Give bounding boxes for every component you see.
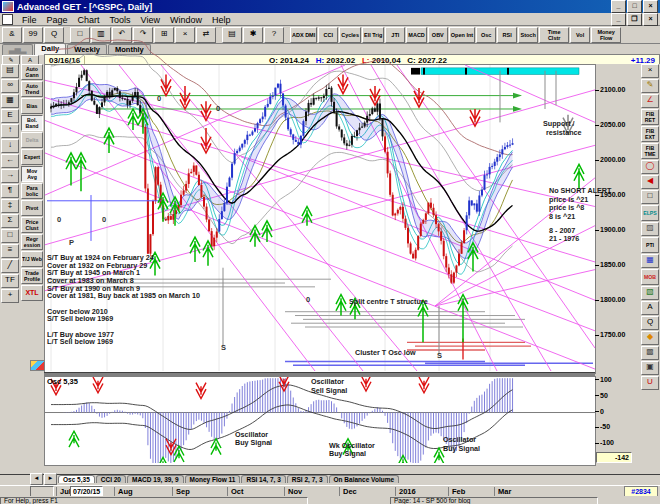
trendline-icon[interactable]: ╱ bbox=[1, 259, 19, 273]
study-tab-macd-19-39-9[interactable]: MACD 19, 39, 9 bbox=[127, 475, 184, 483]
fib-lines-icon[interactable]: ∠ bbox=[641, 94, 659, 108]
arrow-up-icon[interactable]: ↑ bbox=[1, 124, 19, 138]
paint-icon[interactable]: ◆ bbox=[641, 331, 659, 345]
study-tab-osc-5-35[interactable]: Osc 5,35 bbox=[58, 475, 95, 483]
open-chart-icon[interactable]: ▥ bbox=[91, 27, 111, 43]
study-tool-para-bolic[interactable]: Para bolic bbox=[21, 183, 43, 199]
study-tool-xtl[interactable]: XTL bbox=[21, 285, 43, 301]
study-tab-on-balance-volume[interactable]: On Balance Volume bbox=[329, 475, 400, 483]
cross-icon[interactable]: + bbox=[1, 289, 19, 303]
mob-button[interactable]: MOB bbox=[641, 269, 659, 285]
study-tool-mov-avg[interactable]: Mov Avg bbox=[21, 166, 43, 182]
quotes-icon[interactable]: 99 bbox=[23, 27, 43, 43]
study-button-rsi[interactable]: RSI bbox=[497, 27, 517, 43]
arrow-down-icon[interactable]: ↓ bbox=[1, 139, 19, 153]
zoom-chart-icon[interactable]: ▧ bbox=[641, 286, 659, 300]
sigma-icon[interactable]: Σ bbox=[1, 214, 19, 228]
rectangle-icon[interactable]: □ bbox=[641, 190, 659, 204]
pilcrow-icon[interactable]: ¶ bbox=[1, 184, 19, 198]
study-button-adx-dmi[interactable]: ADX DMI bbox=[290, 27, 317, 43]
chart-page-icon[interactable]: ▤ bbox=[1, 64, 19, 78]
close-button[interactable]: × bbox=[643, 0, 658, 13]
zoom-icon[interactable]: Q bbox=[44, 27, 64, 43]
fib-ext-button[interactable]: FIB EXT bbox=[641, 126, 659, 142]
study-tool-regr-ession[interactable]: Regr ession bbox=[21, 234, 43, 250]
tips-icon[interactable]: ✱ bbox=[243, 27, 263, 43]
new-chart-icon[interactable]: □ bbox=[70, 27, 90, 43]
study-button-stoch[interactable]: Stoch bbox=[518, 27, 538, 43]
splitter-icon[interactable] bbox=[30, 360, 45, 371]
oscillator-canvas[interactable]: OscillatorSell SignalOscillatorBuy Signa… bbox=[45, 377, 595, 463]
price-chart-panel[interactable]: S/T Buy at 1924 on February 24Cover at 1… bbox=[44, 64, 596, 374]
study-tool-bol-band[interactable]: Bol. Band bbox=[21, 115, 43, 131]
print-icon[interactable]: ▤ bbox=[222, 27, 242, 43]
study-button-cycles[interactable]: Cycles bbox=[339, 27, 361, 43]
study-tool-auto-trend[interactable]: Auto Trend bbox=[21, 81, 43, 97]
undo-button[interactable]: U bbox=[641, 376, 659, 390]
study-tool-expert[interactable]: Expert bbox=[21, 149, 43, 165]
tick-marks-icon[interactable]: ‡ bbox=[1, 199, 19, 213]
menu-window[interactable]: Window bbox=[165, 15, 207, 25]
study-button-open-int[interactable]: Open Int bbox=[449, 27, 475, 43]
arrow-right-icon[interactable]: → bbox=[1, 169, 19, 183]
maximize-button[interactable]: □ bbox=[627, 0, 642, 13]
minimize-button[interactable]: _ bbox=[611, 0, 626, 13]
copy-chart-icon[interactable]: ⊞ bbox=[154, 27, 174, 43]
study-tool-bias[interactable]: Bias bbox=[21, 98, 43, 114]
close-tool-icon[interactable]: × bbox=[641, 64, 659, 78]
study-button-money-flow[interactable]: Money Flow bbox=[591, 27, 621, 43]
menu-view[interactable]: View bbox=[136, 15, 165, 25]
mdi-restore-button[interactable]: ❐ bbox=[627, 13, 642, 26]
menu-help[interactable]: Help bbox=[207, 15, 236, 25]
pattern-icon[interactable]: ▩ bbox=[641, 346, 659, 360]
study-button-jti[interactable]: JTI bbox=[385, 27, 405, 43]
next-chart-icon[interactable]: ↷ bbox=[133, 27, 153, 43]
swap-chart-icon[interactable]: ⇄ bbox=[196, 27, 216, 43]
study-tab-money-flow-11[interactable]: Money Flow 11 bbox=[185, 475, 241, 483]
study-tool-trade-profile[interactable]: Trade Profile bbox=[21, 268, 43, 284]
study-tab-rsi-2-7-3[interactable]: RSI 2, 7, 3 bbox=[287, 475, 328, 483]
mdi-close-button[interactable]: × bbox=[643, 13, 658, 26]
study-tool-delta[interactable]: Delta bbox=[21, 132, 43, 148]
mdi-document-icon[interactable] bbox=[2, 14, 13, 25]
eraser-icon[interactable]: ▨ bbox=[641, 222, 659, 236]
mdi-minimize-button[interactable]: _ bbox=[611, 13, 626, 26]
expansion-icon[interactable]: ◀ bbox=[641, 175, 659, 189]
tab-scroll-right-icon[interactable]: ► bbox=[44, 473, 57, 485]
arrow-left-icon[interactable]: ← bbox=[1, 154, 19, 168]
pages-icon[interactable]: ▣ bbox=[641, 361, 659, 375]
delete-chart-icon[interactable]: × bbox=[175, 27, 195, 43]
price-chart-canvas[interactable]: S/T Buy at 1924 on February 24Cover at 1… bbox=[45, 65, 595, 371]
box-icon[interactable]: □ bbox=[1, 229, 19, 243]
study-button-obv[interactable]: OBV bbox=[428, 27, 448, 43]
study-tool-t-j-web[interactable]: T/J Web bbox=[21, 251, 43, 267]
study-button-macd[interactable]: MACD bbox=[406, 27, 427, 43]
study-button-cci[interactable]: CCI bbox=[318, 27, 338, 43]
pti-button[interactable]: PTI bbox=[641, 237, 659, 253]
auto-study-icon[interactable]: ▦ bbox=[1, 94, 19, 108]
menu-file[interactable]: File bbox=[17, 15, 42, 25]
study-button-vol[interactable]: Vol bbox=[570, 27, 590, 43]
study-button-ell-trig[interactable]: Ell Trig bbox=[362, 27, 384, 43]
elps-button[interactable]: ELPS bbox=[641, 205, 659, 221]
pencil-icon[interactable]: ✎ bbox=[641, 79, 659, 93]
text-tool-button[interactable]: A bbox=[641, 301, 659, 315]
ellipse-icon[interactable]: ◯ bbox=[641, 160, 659, 174]
lines-icon[interactable]: ≡ bbox=[1, 244, 19, 258]
study-tab-rsi-14-7-3[interactable]: RSI 14, 7, 3 bbox=[241, 475, 285, 483]
help-icon[interactable]: ? bbox=[264, 27, 284, 43]
tab-chart-thumbnail[interactable]: ▃▅▂ bbox=[2, 44, 33, 55]
fib-time-button[interactable]: FIB TME bbox=[641, 143, 659, 159]
tab-scroll-left-icon[interactable]: ◄ bbox=[30, 473, 43, 485]
elliott-icon[interactable]: E bbox=[1, 109, 19, 123]
scan-icon[interactable]: & bbox=[2, 27, 22, 43]
study-button-osc[interactable]: Osc bbox=[476, 27, 496, 43]
study-tool-price-clust[interactable]: Price Clust bbox=[21, 217, 43, 233]
study-tool-auto-gann[interactable]: Auto Gann bbox=[21, 64, 43, 80]
grid-button[interactable]: ▦ bbox=[641, 254, 659, 268]
menu-page[interactable]: Page bbox=[42, 15, 73, 25]
glasses-icon[interactable]: ∞ bbox=[1, 79, 19, 93]
timeframe-icon[interactable]: TF bbox=[1, 274, 19, 288]
study-button-time-clstr[interactable]: Time Clstr bbox=[539, 27, 569, 43]
oscillator-panel[interactable]: OscillatorSell SignalOscillatorBuy Signa… bbox=[44, 376, 596, 466]
